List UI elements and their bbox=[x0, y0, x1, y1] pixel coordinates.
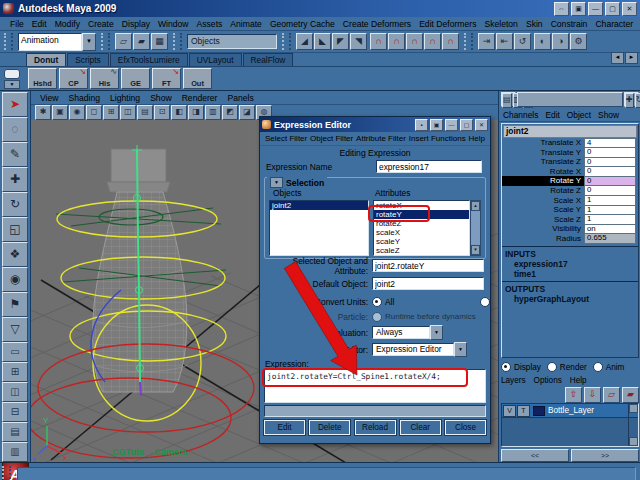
select-tool-icon[interactable]: ➤ bbox=[2, 92, 28, 117]
paint-select-tool-icon[interactable]: ✎ bbox=[2, 142, 28, 167]
chevron-down-icon[interactable]: ▼ bbox=[82, 33, 96, 51]
expression-editor-dialog[interactable]: Expression Editor ▪▣—▢✕ Select FilterObj… bbox=[259, 116, 491, 444]
grip-handle[interactable] bbox=[282, 33, 291, 50]
input-node[interactable]: expression17 bbox=[502, 259, 638, 269]
menubar-item[interactable]: Window bbox=[154, 19, 193, 29]
scroll-up-icon[interactable] bbox=[629, 404, 638, 413]
convert-units-none-radio[interactable] bbox=[480, 297, 490, 307]
select-hierarchy-icon[interactable]: ◢ bbox=[296, 33, 313, 50]
render-radio[interactable]: Render bbox=[547, 362, 587, 372]
display-radio[interactable]: Display bbox=[501, 362, 541, 372]
speed-slow-icon[interactable]: ✚ bbox=[625, 93, 634, 108]
render-settings-icon[interactable]: ⚙ bbox=[570, 33, 587, 50]
anim-radio[interactable]: Anim bbox=[593, 362, 625, 372]
shelf-scroll-right-icon[interactable]: ► bbox=[625, 52, 638, 64]
hypergraph-layout-icon[interactable]: ▥ bbox=[2, 442, 28, 462]
input-node[interactable]: time1 bbox=[502, 269, 638, 279]
attributes-scrollbar[interactable]: ▲ ▼ bbox=[470, 200, 481, 256]
menubar-item[interactable]: File bbox=[6, 19, 28, 29]
menubar-item[interactable]: Skeleton bbox=[480, 19, 521, 29]
viewport-menu-item[interactable]: Shading bbox=[63, 93, 105, 103]
layer-next-button[interactable]: >> bbox=[571, 449, 639, 462]
output-node[interactable]: hyperGraphLayout bbox=[502, 294, 638, 304]
film-gate-icon[interactable]: ⊞ bbox=[103, 105, 119, 120]
shelf-button-ge[interactable]: GE bbox=[121, 68, 150, 89]
menubar-item[interactable]: Edit bbox=[28, 19, 51, 29]
shaded-mode-icon[interactable]: ◩ bbox=[222, 105, 238, 120]
speed-medium-icon[interactable]: ↻ bbox=[635, 93, 640, 108]
dialog-menu-item[interactable]: Insert Functions bbox=[409, 134, 466, 143]
lasso-select-tool-icon[interactable]: ◌ bbox=[2, 117, 28, 142]
minimize-icon[interactable]: — bbox=[588, 2, 603, 16]
two-pane-side-layout-icon[interactable]: ◫ bbox=[2, 382, 28, 402]
shelf-button-cp[interactable]: ↘ CP bbox=[59, 68, 88, 89]
layer-name[interactable]: Bottle_Layer bbox=[548, 406, 594, 415]
viewport-menu-item[interactable]: Show bbox=[145, 93, 177, 103]
dialog-menu-item[interactable]: Object Filter bbox=[310, 134, 353, 143]
default-object-input[interactable] bbox=[372, 277, 484, 290]
viewport-menu-item[interactable]: Lighting bbox=[105, 93, 145, 103]
attribute-list-item[interactable]: scaleZ bbox=[374, 246, 469, 255]
snap-curve-icon[interactable]: ∩ bbox=[388, 33, 405, 50]
channel-box-menu-item[interactable]: Object bbox=[567, 110, 591, 120]
grip-handle[interactable] bbox=[2, 466, 11, 480]
close-icon[interactable]: ✕ bbox=[622, 2, 637, 16]
dialog-menu-item[interactable]: Select Filter bbox=[265, 134, 307, 143]
grip-handle[interactable] bbox=[4, 33, 13, 50]
channel-box-menu-item[interactable]: Show bbox=[598, 110, 619, 120]
shelf-scroll-left-icon[interactable]: ◄ bbox=[611, 52, 624, 64]
safe-title-icon[interactable]: ◨ bbox=[188, 105, 204, 120]
snap-grid-icon[interactable]: ∩ bbox=[370, 33, 387, 50]
dock-icon[interactable]: ⇔ bbox=[554, 2, 569, 16]
attribute-list-item-selected[interactable]: rotateY bbox=[374, 210, 469, 219]
ipr-render-icon[interactable]: ◑ bbox=[552, 33, 569, 50]
quick-select-field[interactable]: Objects bbox=[187, 34, 277, 49]
layer-prev-button[interactable]: << bbox=[501, 449, 569, 462]
output-connections-icon[interactable]: ⇤ bbox=[496, 33, 513, 50]
collapse-icon[interactable]: ▣ bbox=[430, 119, 443, 131]
shelf-button-his[interactable]: ∿ His bbox=[90, 68, 119, 89]
snap-live-icon[interactable]: ∩ bbox=[442, 33, 459, 50]
collapse-section-icon[interactable]: ▼ bbox=[270, 177, 283, 188]
edit-button[interactable]: Edit bbox=[264, 420, 305, 435]
menubar-item[interactable]: Display bbox=[118, 19, 154, 29]
move-layer-down-icon[interactable]: ⇩ bbox=[584, 387, 601, 403]
convert-units-all-radio[interactable] bbox=[372, 297, 382, 307]
select-object-icon[interactable]: ◣ bbox=[314, 33, 331, 50]
channel-manip-off-icon[interactable]: ▤ bbox=[502, 93, 512, 108]
two-pane-stacked-layout-icon[interactable]: ⊟ bbox=[2, 402, 28, 422]
grip-handle[interactable] bbox=[101, 33, 110, 50]
pin-icon[interactable]: ▪ bbox=[415, 119, 428, 131]
reload-button[interactable]: Reload bbox=[355, 420, 396, 435]
new-layer-selected-icon[interactable]: ▰ bbox=[622, 387, 639, 403]
shelf-tab[interactable]: UVLayout bbox=[189, 53, 242, 66]
range-slider-track[interactable] bbox=[17, 467, 636, 480]
toolbox-toggle-icon[interactable]: ▣ bbox=[571, 2, 586, 16]
render-icon[interactable]: ◐ bbox=[534, 33, 551, 50]
maximize-icon[interactable]: ▢ bbox=[460, 119, 473, 131]
soft-mod-tool-icon[interactable]: ◉ bbox=[2, 267, 28, 292]
menubar-item[interactable]: Edit Deformers bbox=[415, 19, 480, 29]
menubar-item[interactable]: Animate bbox=[226, 19, 266, 29]
four-pane-layout-icon[interactable]: ⊞ bbox=[2, 362, 28, 382]
camera-attributes-icon[interactable]: ✱ bbox=[35, 105, 51, 120]
construction-history-icon[interactable]: ↺ bbox=[514, 33, 531, 50]
attribute-list-item[interactable]: scaleY bbox=[374, 237, 469, 246]
new-scene-icon[interactable]: ▱ bbox=[115, 33, 132, 50]
viewport-menu-item[interactable]: Renderer bbox=[177, 93, 223, 103]
editor-dropdown[interactable]: Expression Editor ▼ bbox=[372, 342, 467, 357]
shelf-button-ft[interactable]: ↘ FT bbox=[152, 68, 181, 89]
expression-name-input[interactable] bbox=[376, 160, 482, 173]
image-plane-icon[interactable]: ◉ bbox=[69, 105, 85, 120]
move-tool-icon[interactable]: ✚ bbox=[2, 167, 28, 192]
attribute-list-item[interactable]: rotateX bbox=[374, 201, 469, 210]
new-empty-layer-icon[interactable]: ▱ bbox=[603, 387, 620, 403]
attributes-list[interactable]: rotateX rotateY rotateZ scaleX scaleY sc… bbox=[373, 200, 470, 256]
shelf-tab[interactable]: Scripts bbox=[67, 53, 109, 66]
layer-menu-item[interactable]: Layers bbox=[501, 376, 526, 385]
snap-plane-icon[interactable]: ∩ bbox=[424, 33, 441, 50]
safe-action-icon[interactable]: ◧ bbox=[171, 105, 187, 120]
menubar-item[interactable]: Assets bbox=[193, 19, 227, 29]
shelf-menu-widget[interactable]: ▼ bbox=[2, 69, 22, 89]
layer-color-swatch[interactable] bbox=[533, 406, 545, 416]
